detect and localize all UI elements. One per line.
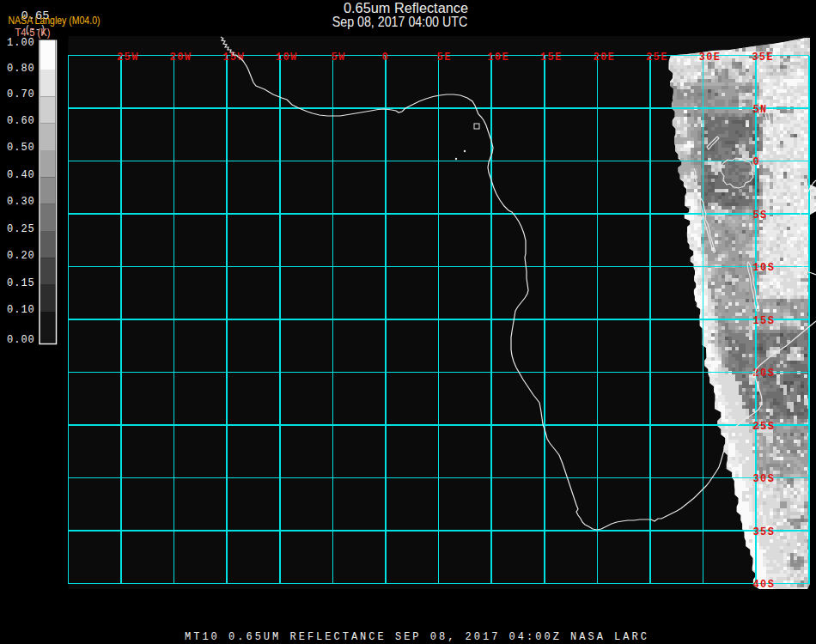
svg-text:15S: 15S <box>753 315 776 327</box>
svg-text:35E: 35E <box>752 52 774 64</box>
svg-text:0.20: 0.20 <box>7 250 35 262</box>
svg-text:30S: 30S <box>753 473 776 485</box>
svg-text:10S: 10S <box>753 262 776 274</box>
svg-text:5W: 5W <box>331 52 345 64</box>
svg-text:0.30: 0.30 <box>7 196 35 208</box>
svg-text:5S: 5S <box>753 210 768 222</box>
svg-text:30E: 30E <box>699 52 722 64</box>
svg-text:10E: 10E <box>487 52 509 64</box>
svg-text:0.40: 0.40 <box>7 169 35 181</box>
svg-text:0.10: 0.10 <box>7 304 35 316</box>
svg-text:0: 0 <box>753 156 761 168</box>
svg-text:20W: 20W <box>170 52 192 64</box>
svg-text:25W: 25W <box>117 52 139 64</box>
svg-text:20E: 20E <box>593 52 615 64</box>
svg-text:10W: 10W <box>276 52 298 64</box>
svg-text:NASA Langley (M04.0): NASA Langley (M04.0) <box>9 15 100 27</box>
svg-text:0.65um Reflectance: 0.65um Reflectance <box>344 1 468 15</box>
svg-text:0: 0 <box>381 52 389 64</box>
svg-text:1.00: 1.00 <box>7 37 35 49</box>
svg-text:0.70: 0.70 <box>7 88 35 100</box>
svg-text:0.50: 0.50 <box>7 142 35 154</box>
svg-text:MT10 0.65UM REFLECTANCE SEP: MT10 0.65UM REFLECTANCE SEP 08, 2017 04:… <box>185 631 649 643</box>
svg-text:0.00: 0.00 <box>7 334 35 346</box>
svg-text:35S: 35S <box>753 526 776 538</box>
svg-text:5E: 5E <box>437 52 452 64</box>
svg-text:40S: 40S <box>753 579 776 591</box>
svg-text:25S: 25S <box>753 421 776 433</box>
svg-text:0.15: 0.15 <box>7 277 35 289</box>
svg-text:25E: 25E <box>646 52 668 64</box>
svg-text:0.25: 0.25 <box>7 223 35 235</box>
svg-text:15E: 15E <box>540 52 563 64</box>
svg-text:Sep 08, 2017 04:00 UTC: Sep 08, 2017 04:00 UTC <box>332 15 468 29</box>
svg-text:0.80: 0.80 <box>7 63 35 75</box>
svg-text:0.60: 0.60 <box>7 115 35 127</box>
